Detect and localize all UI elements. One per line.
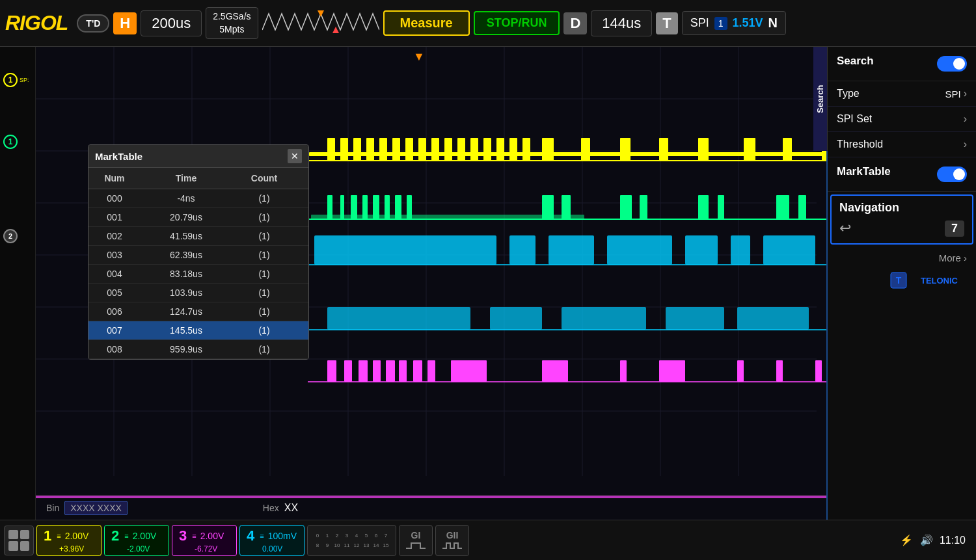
col-count-header: Count	[232, 170, 297, 186]
row-count-0: (1)	[232, 191, 297, 206]
h-label: H	[113, 12, 137, 34]
channel-num-badge: 1	[714, 17, 727, 30]
marktable-row-0[interactable]: 000 -4ns (1)	[88, 189, 308, 208]
svg-rect-105	[427, 360, 435, 382]
l-cell-10: 10	[332, 540, 342, 550]
gii-box[interactable]: GII	[435, 525, 469, 556]
l-cell-5: 5	[362, 531, 371, 540]
row-num-5: 005	[88, 286, 141, 300]
svg-rect-111	[776, 360, 783, 382]
marktable-row-5[interactable]: 005 103.9us (1)	[88, 284, 308, 302]
measure-button[interactable]: Measure	[383, 10, 470, 36]
svg-marker-1	[332, 27, 339, 33]
type-nav-item[interactable]: Type SPI ›	[828, 81, 976, 107]
svg-rect-28	[444, 138, 452, 161]
ch1-status[interactable]: 1 ≡ 2.00V +3.96V	[36, 525, 102, 556]
ch2-status[interactable]: 2 ≡ 2.00V -2.00V	[104, 525, 169, 556]
timebase-value[interactable]: 200us	[141, 10, 202, 36]
trigger-voltage: 1.51V	[733, 16, 763, 30]
protocol-box[interactable]: SPI 1 1.51V N	[682, 11, 786, 35]
ch2-status-num: 2	[111, 527, 119, 544]
more-button[interactable]: More ›	[828, 247, 976, 269]
svg-rect-79	[607, 235, 672, 265]
ch1-indicator[interactable]: 1	[3, 73, 18, 87]
svg-rect-58	[407, 195, 412, 219]
marktable-row-8[interactable]: 008 959.9us (1)	[88, 340, 308, 359]
svg-rect-23	[379, 138, 387, 161]
svg-rect-34	[522, 138, 530, 161]
row-time-5: 103.9us	[141, 286, 232, 300]
marktable-row-4[interactable]: 004 83.18us (1)	[88, 265, 308, 284]
marktable-row-1[interactable]: 001 20.79us (1)	[88, 208, 308, 227]
main-area: 1 SP: 1 2	[0, 47, 976, 520]
svg-rect-22	[366, 138, 374, 161]
svg-rect-92	[737, 307, 809, 330]
gii-waveform-icon	[442, 540, 462, 551]
row-num-1: 001	[88, 210, 141, 224]
search-title: Search	[837, 55, 874, 68]
svg-rect-52	[340, 195, 344, 219]
navigation-title: Navigation	[832, 196, 972, 217]
td-button[interactable]: T'D	[77, 14, 109, 33]
d-label: D	[563, 12, 587, 34]
ch1-digital-pattern	[308, 131, 826, 167]
volume-icon: 🔊	[920, 535, 933, 546]
svg-rect-26	[418, 138, 426, 161]
navigation-value: 7	[945, 220, 964, 237]
l-cell-11: 11	[342, 540, 351, 550]
marktable-row-6[interactable]: 006 124.7us (1)	[88, 302, 308, 321]
gi-box[interactable]: GI	[399, 525, 433, 556]
marktable-row-7[interactable]: 007 145.5us (1)	[88, 321, 308, 340]
svg-rect-25	[405, 138, 413, 161]
l-cell-6: 6	[372, 531, 381, 540]
navigation-back-icon[interactable]: ↩	[839, 220, 851, 237]
delay-value[interactable]: 144us	[591, 10, 652, 36]
row-count-3: (1)	[232, 248, 297, 262]
svg-rect-80	[685, 235, 718, 265]
gii-label: GII	[446, 530, 459, 540]
threshold-nav-item[interactable]: Threshold ›	[828, 132, 976, 157]
ch3-decode-pattern	[308, 300, 826, 336]
svg-rect-38	[659, 138, 668, 161]
ch4-status[interactable]: 4 ≡ 100mV 0.00V	[239, 525, 305, 556]
rigol-logo: RIGOL	[5, 11, 68, 35]
svg-rect-99	[344, 360, 352, 382]
ch1-offset: +3.96V	[44, 544, 94, 553]
svg-rect-19	[327, 138, 335, 161]
marktable-toggle[interactable]	[937, 167, 967, 182]
ch4-status-num: 4	[247, 527, 254, 544]
marktable-panel-title: MarkTable	[837, 165, 891, 178]
marktable-row-2[interactable]: 002 41.59us (1)	[88, 227, 308, 246]
marktable-title: MarkTable	[95, 151, 142, 162]
ch2-indicator[interactable]: 1	[3, 135, 18, 149]
clock-time: 11:10	[940, 535, 966, 546]
svg-rect-59	[542, 195, 554, 219]
svg-rect-41	[783, 138, 792, 161]
sample-depth: 5Mpts	[213, 23, 251, 36]
svg-rect-29	[457, 138, 465, 161]
ch-d2-indicator[interactable]: 2	[3, 229, 18, 243]
search-toggle[interactable]	[937, 56, 967, 72]
spi-set-nav-item[interactable]: SPI Set ›	[828, 107, 976, 132]
scope-display[interactable]: ▼	[36, 47, 826, 520]
l-cell-15: 15	[381, 540, 390, 550]
ch3-status[interactable]: 3 ≡ 2.00V -6.72V	[172, 525, 237, 556]
marktable-row-3[interactable]: 003 62.39us (1)	[88, 246, 308, 265]
svg-rect-62	[640, 195, 647, 219]
svg-rect-54	[362, 195, 368, 219]
grid-button[interactable]	[4, 526, 34, 555]
marktable-rows: 000 -4ns (1) 001 20.79us (1) 002 41.59us…	[88, 189, 308, 359]
l-status-box[interactable]: 0 1 2 3 4 5 6 7 8 9 10 11 12 13 14 15	[307, 525, 396, 556]
l-cell-4: 4	[352, 531, 361, 540]
hex-value: XX	[284, 502, 298, 514]
ch2-offset: -2.00V	[111, 544, 162, 553]
search-sidebar-label: Search	[813, 47, 828, 151]
svg-rect-90	[562, 307, 646, 330]
stoprun-button[interactable]: STOP/RUN	[474, 11, 560, 35]
svg-marker-0	[318, 10, 324, 17]
l-cell-14: 14	[372, 540, 381, 550]
marktable-close-button[interactable]: ✕	[288, 149, 302, 163]
svg-rect-108	[620, 360, 627, 382]
marktable-section: MarkTable	[828, 157, 976, 192]
svg-rect-30	[470, 138, 478, 161]
